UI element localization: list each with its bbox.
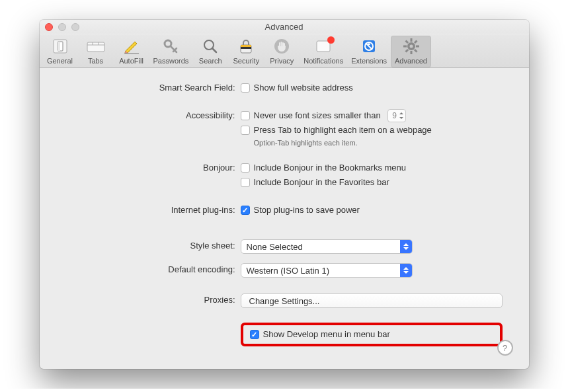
preferences-window: Advanced General Tabs xyxy=(40,20,529,369)
min-font-stepper[interactable]: 9 xyxy=(387,109,406,122)
lock-icon xyxy=(235,37,257,56)
checkbox-bonjour-bookmarks[interactable] xyxy=(241,163,250,173)
row-develop: Show Develop menu in menu bar xyxy=(66,323,503,346)
tab-advanced[interactable]: Advanced xyxy=(391,36,431,67)
tab-security[interactable]: Security xyxy=(228,36,264,67)
tab-label: Notifications xyxy=(304,57,343,65)
tabs-icon xyxy=(85,37,106,56)
hand-icon xyxy=(271,37,292,56)
tab-label: Security xyxy=(233,57,259,65)
button-label: Change Settings... xyxy=(249,296,320,306)
content-pane: Smart Search Field: Show full website ad… xyxy=(40,68,529,369)
svg-rect-14 xyxy=(410,38,412,42)
titlebar: Advanced xyxy=(40,20,529,34)
tab-passwords[interactable]: Passwords xyxy=(149,36,193,67)
checkbox-label: Include Bonjour in the Favorites bar xyxy=(254,176,389,189)
tab-label: Advanced xyxy=(395,57,427,65)
tab-label: Privacy xyxy=(270,57,294,65)
row-plugins: Internet plug-ins: Stop plug-ins to save… xyxy=(66,204,503,217)
checkbox-label: Stop plug-ins to save power xyxy=(254,204,360,217)
select-value: Western (ISO Latin 1) xyxy=(247,266,329,276)
select-arrows-icon xyxy=(400,240,412,253)
tab-tabs[interactable]: Tabs xyxy=(78,36,114,67)
row-encoding: Default encoding: Western (ISO Latin 1) xyxy=(66,263,503,278)
checkbox-tab-highlight[interactable] xyxy=(241,126,250,135)
checkbox-label: Show Develop menu in menu bar xyxy=(263,328,390,341)
svg-rect-2 xyxy=(58,42,60,51)
notifications-icon xyxy=(313,37,334,56)
tab-autofill[interactable]: AutoFill xyxy=(114,36,149,67)
extensions-icon xyxy=(358,37,380,56)
select-arrows-icon xyxy=(400,264,412,277)
label-stylesheet: Style sheet: xyxy=(66,239,241,251)
svg-rect-17 xyxy=(416,46,419,48)
label-encoding: Default encoding: xyxy=(66,263,241,274)
label-plugins: Internet plug-ins: xyxy=(66,204,241,215)
svg-rect-18 xyxy=(413,40,417,44)
label-proxies: Proxies: xyxy=(66,294,241,305)
svg-rect-19 xyxy=(405,49,409,53)
pencil-icon xyxy=(121,37,142,56)
row-proxies: Proxies: Change Settings... xyxy=(66,294,503,308)
gear-icon xyxy=(401,37,422,56)
label-bonjour: Bonjour: xyxy=(66,161,241,173)
tab-label: AutoFill xyxy=(119,57,143,65)
hint-option-tab: Option-Tab highlights each item. xyxy=(241,139,503,147)
tab-notifications[interactable]: Notifications xyxy=(300,36,347,67)
tab-extensions[interactable]: Extensions xyxy=(347,36,391,67)
key-icon xyxy=(160,37,181,56)
tab-label: Passwords xyxy=(153,57,189,65)
row-bonjour: Bonjour: Include Bonjour in the Bookmark… xyxy=(66,161,503,189)
svg-point-22 xyxy=(409,45,413,48)
row-stylesheet: Style sheet: None Selected xyxy=(66,239,503,254)
highlight-develop: Show Develop menu in menu bar xyxy=(241,323,503,346)
switch-icon xyxy=(50,37,71,56)
search-icon xyxy=(200,37,221,56)
help-icon-label: ? xyxy=(503,343,507,353)
checkbox-label: Include Bonjour in the Bookmarks menu xyxy=(254,161,407,175)
svg-rect-21 xyxy=(413,49,417,53)
checkbox-label: Show full website address xyxy=(254,81,353,95)
tab-privacy[interactable]: Privacy xyxy=(264,36,300,67)
checkbox-show-full-address[interactable] xyxy=(241,83,250,93)
row-smart-search: Smart Search Field: Show full website ad… xyxy=(66,81,503,95)
checkbox-show-develop-menu[interactable] xyxy=(250,330,259,339)
svg-rect-8 xyxy=(241,47,251,49)
window-title: Advanced xyxy=(40,22,529,32)
checkbox-label: Never use font sizes smaller than xyxy=(254,109,381,122)
svg-rect-16 xyxy=(403,46,407,48)
tab-general[interactable]: General xyxy=(42,36,78,67)
checkbox-label: Press Tab to highlight each item on a we… xyxy=(254,124,432,137)
checkbox-bonjour-favorites[interactable] xyxy=(241,178,250,187)
tab-label: Search xyxy=(199,57,222,65)
tab-label: Extensions xyxy=(351,57,387,65)
svg-rect-7 xyxy=(241,45,251,47)
svg-rect-15 xyxy=(410,51,412,54)
help-button[interactable]: ? xyxy=(497,340,513,356)
select-stylesheet[interactable]: None Selected xyxy=(241,239,413,254)
svg-rect-20 xyxy=(405,40,409,44)
button-change-settings[interactable]: Change Settings... xyxy=(241,294,503,308)
row-accessibility: Accessibility: Never use font sizes smal… xyxy=(66,109,503,147)
label-smart-search: Smart Search Field: xyxy=(66,81,241,93)
checkbox-min-font[interactable] xyxy=(241,111,250,120)
svg-rect-3 xyxy=(87,42,104,52)
preferences-toolbar: General Tabs AutoFill xyxy=(40,34,529,68)
tab-search[interactable]: Search xyxy=(192,36,228,67)
tab-label: General xyxy=(47,57,73,65)
tab-label: Tabs xyxy=(88,57,103,65)
checkbox-stop-plugins[interactable] xyxy=(241,206,250,215)
select-encoding[interactable]: Western (ISO Latin 1) xyxy=(241,263,413,278)
label-accessibility: Accessibility: xyxy=(66,109,241,120)
select-value: None Selected xyxy=(247,242,303,252)
